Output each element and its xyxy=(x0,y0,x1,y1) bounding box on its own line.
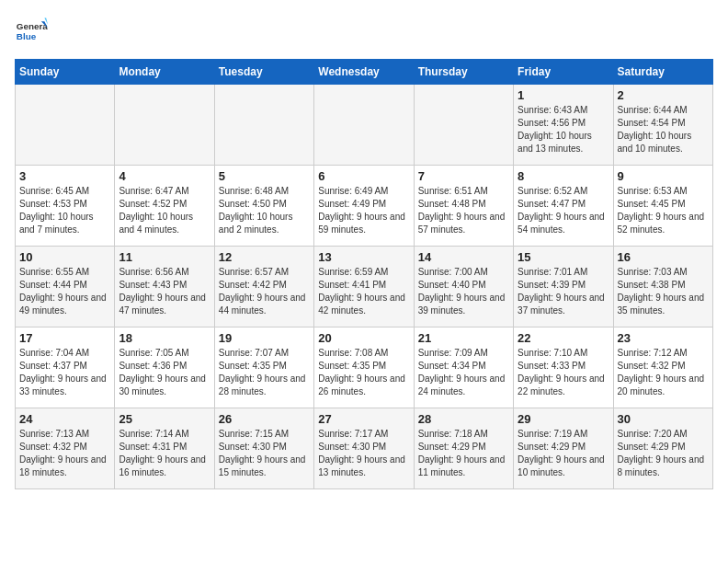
day-number: 22 xyxy=(518,331,609,345)
day-number: 18 xyxy=(119,331,210,345)
calendar-cell: 12Sunrise: 6:57 AM Sunset: 4:42 PM Dayli… xyxy=(214,247,313,327)
calendar-cell: 13Sunrise: 6:59 AM Sunset: 4:41 PM Dayli… xyxy=(314,247,414,327)
day-info: Sunrise: 7:07 AM Sunset: 4:35 PM Dayligh… xyxy=(219,347,310,398)
calendar-cell: 10Sunrise: 6:55 AM Sunset: 4:44 PM Dayli… xyxy=(16,247,115,327)
calendar-cell: 24Sunrise: 7:13 AM Sunset: 4:32 PM Dayli… xyxy=(16,408,115,489)
calendar-cell: 18Sunrise: 7:05 AM Sunset: 4:36 PM Dayli… xyxy=(115,327,214,408)
week-row: 24Sunrise: 7:13 AM Sunset: 4:32 PM Dayli… xyxy=(16,408,713,489)
day-header-tuesday: Tuesday xyxy=(214,60,313,85)
calendar-cell: 15Sunrise: 7:01 AM Sunset: 4:39 PM Dayli… xyxy=(514,247,613,327)
calendar-cell: 29Sunrise: 7:19 AM Sunset: 4:29 PM Dayli… xyxy=(514,408,613,489)
calendar-cell: 22Sunrise: 7:10 AM Sunset: 4:33 PM Dayli… xyxy=(514,327,613,408)
day-info: Sunrise: 6:47 AM Sunset: 4:52 PM Dayligh… xyxy=(119,185,210,236)
day-info: Sunrise: 6:57 AM Sunset: 4:42 PM Dayligh… xyxy=(219,266,310,317)
day-number: 27 xyxy=(318,412,409,426)
day-number: 10 xyxy=(19,250,110,264)
day-number: 19 xyxy=(219,331,310,345)
calendar-cell xyxy=(115,85,214,166)
calendar-cell: 14Sunrise: 7:00 AM Sunset: 4:40 PM Dayli… xyxy=(414,247,513,327)
calendar-cell: 5Sunrise: 6:48 AM Sunset: 4:50 PM Daylig… xyxy=(214,166,313,247)
day-info: Sunrise: 6:43 AM Sunset: 4:56 PM Dayligh… xyxy=(518,104,609,155)
day-info: Sunrise: 7:05 AM Sunset: 4:36 PM Dayligh… xyxy=(119,347,210,398)
day-info: Sunrise: 6:52 AM Sunset: 4:47 PM Dayligh… xyxy=(518,185,609,236)
calendar-cell: 2Sunrise: 6:44 AM Sunset: 4:54 PM Daylig… xyxy=(613,85,712,166)
day-number: 20 xyxy=(318,331,409,345)
day-header-saturday: Saturday xyxy=(613,60,712,85)
calendar-cell: 17Sunrise: 7:04 AM Sunset: 4:37 PM Dayli… xyxy=(16,327,115,408)
calendar-cell: 30Sunrise: 7:20 AM Sunset: 4:29 PM Dayli… xyxy=(613,408,712,489)
day-number: 15 xyxy=(518,250,609,264)
day-number: 4 xyxy=(119,169,210,183)
calendar-cell: 19Sunrise: 7:07 AM Sunset: 4:35 PM Dayli… xyxy=(214,327,313,408)
day-info: Sunrise: 6:59 AM Sunset: 4:41 PM Dayligh… xyxy=(318,266,409,317)
day-number: 7 xyxy=(418,169,509,183)
calendar-cell: 23Sunrise: 7:12 AM Sunset: 4:32 PM Dayli… xyxy=(613,327,712,408)
day-info: Sunrise: 6:55 AM Sunset: 4:44 PM Dayligh… xyxy=(19,266,110,317)
day-number: 26 xyxy=(219,412,310,426)
day-number: 13 xyxy=(318,250,409,264)
calendar-cell xyxy=(16,85,115,166)
day-header-wednesday: Wednesday xyxy=(314,60,414,85)
calendar-cell: 4Sunrise: 6:47 AM Sunset: 4:52 PM Daylig… xyxy=(115,166,214,247)
day-info: Sunrise: 7:14 AM Sunset: 4:31 PM Dayligh… xyxy=(119,428,210,479)
day-header-sunday: Sunday xyxy=(16,60,115,85)
day-info: Sunrise: 7:04 AM Sunset: 4:37 PM Dayligh… xyxy=(19,347,110,398)
day-number: 24 xyxy=(19,412,110,426)
day-info: Sunrise: 6:48 AM Sunset: 4:50 PM Dayligh… xyxy=(219,185,310,236)
week-row: 10Sunrise: 6:55 AM Sunset: 4:44 PM Dayli… xyxy=(16,247,713,327)
day-info: Sunrise: 6:45 AM Sunset: 4:53 PM Dayligh… xyxy=(19,185,110,236)
day-header-monday: Monday xyxy=(115,60,214,85)
calendar-cell: 9Sunrise: 6:53 AM Sunset: 4:45 PM Daylig… xyxy=(613,166,712,247)
day-number: 29 xyxy=(518,412,609,426)
day-info: Sunrise: 7:09 AM Sunset: 4:34 PM Dayligh… xyxy=(418,347,509,398)
day-number: 14 xyxy=(418,250,509,264)
day-info: Sunrise: 6:44 AM Sunset: 4:54 PM Dayligh… xyxy=(618,104,709,155)
day-info: Sunrise: 7:00 AM Sunset: 4:40 PM Dayligh… xyxy=(418,266,509,317)
day-info: Sunrise: 7:19 AM Sunset: 4:29 PM Dayligh… xyxy=(518,428,609,479)
day-number: 6 xyxy=(318,169,409,183)
day-info: Sunrise: 7:03 AM Sunset: 4:38 PM Dayligh… xyxy=(618,266,709,317)
day-number: 17 xyxy=(19,331,110,345)
calendar-cell: 27Sunrise: 7:17 AM Sunset: 4:30 PM Dayli… xyxy=(314,408,414,489)
header: General Blue xyxy=(15,15,713,48)
day-info: Sunrise: 7:12 AM Sunset: 4:32 PM Dayligh… xyxy=(618,347,709,398)
day-info: Sunrise: 6:51 AM Sunset: 4:48 PM Dayligh… xyxy=(418,185,509,236)
svg-text:Blue: Blue xyxy=(17,31,37,41)
calendar-cell: 3Sunrise: 6:45 AM Sunset: 4:53 PM Daylig… xyxy=(16,166,115,247)
day-info: Sunrise: 7:15 AM Sunset: 4:30 PM Dayligh… xyxy=(219,428,310,479)
calendar-cell xyxy=(314,85,414,166)
day-info: Sunrise: 6:56 AM Sunset: 4:43 PM Dayligh… xyxy=(119,266,210,317)
day-info: Sunrise: 7:17 AM Sunset: 4:30 PM Dayligh… xyxy=(318,428,409,479)
calendar-cell: 16Sunrise: 7:03 AM Sunset: 4:38 PM Dayli… xyxy=(613,247,712,327)
day-number: 28 xyxy=(418,412,509,426)
calendar-cell: 20Sunrise: 7:08 AM Sunset: 4:35 PM Dayli… xyxy=(314,327,414,408)
calendar-cell: 7Sunrise: 6:51 AM Sunset: 4:48 PM Daylig… xyxy=(414,166,513,247)
day-number: 5 xyxy=(219,169,310,183)
calendar-cell: 25Sunrise: 7:14 AM Sunset: 4:31 PM Dayli… xyxy=(115,408,214,489)
day-number: 12 xyxy=(219,250,310,264)
calendar-cell: 28Sunrise: 7:18 AM Sunset: 4:29 PM Dayli… xyxy=(414,408,513,489)
day-number: 2 xyxy=(618,88,709,102)
week-row: 17Sunrise: 7:04 AM Sunset: 4:37 PM Dayli… xyxy=(16,327,713,408)
calendar-cell: 1Sunrise: 6:43 AM Sunset: 4:56 PM Daylig… xyxy=(514,85,613,166)
day-number: 1 xyxy=(518,88,609,102)
day-info: Sunrise: 6:49 AM Sunset: 4:49 PM Dayligh… xyxy=(318,185,409,236)
day-info: Sunrise: 7:10 AM Sunset: 4:33 PM Dayligh… xyxy=(518,347,609,398)
week-row: 1Sunrise: 6:43 AM Sunset: 4:56 PM Daylig… xyxy=(16,85,713,166)
calendar-cell xyxy=(414,85,513,166)
day-number: 30 xyxy=(618,412,709,426)
calendar-body: 1Sunrise: 6:43 AM Sunset: 4:56 PM Daylig… xyxy=(16,85,713,489)
day-number: 25 xyxy=(119,412,210,426)
day-info: Sunrise: 7:08 AM Sunset: 4:35 PM Dayligh… xyxy=(318,347,409,398)
day-number: 9 xyxy=(618,169,709,183)
day-number: 8 xyxy=(518,169,609,183)
day-info: Sunrise: 7:18 AM Sunset: 4:29 PM Dayligh… xyxy=(418,428,509,479)
week-row: 3Sunrise: 6:45 AM Sunset: 4:53 PM Daylig… xyxy=(16,166,713,247)
calendar-cell: 11Sunrise: 6:56 AM Sunset: 4:43 PM Dayli… xyxy=(115,247,214,327)
day-info: Sunrise: 7:20 AM Sunset: 4:29 PM Dayligh… xyxy=(618,428,709,479)
header-row: SundayMondayTuesdayWednesdayThursdayFrid… xyxy=(16,60,713,85)
calendar-header: SundayMondayTuesdayWednesdayThursdayFrid… xyxy=(16,60,713,85)
day-number: 3 xyxy=(19,169,110,183)
day-number: 23 xyxy=(618,331,709,345)
calendar-table: SundayMondayTuesdayWednesdayThursdayFrid… xyxy=(15,59,713,489)
